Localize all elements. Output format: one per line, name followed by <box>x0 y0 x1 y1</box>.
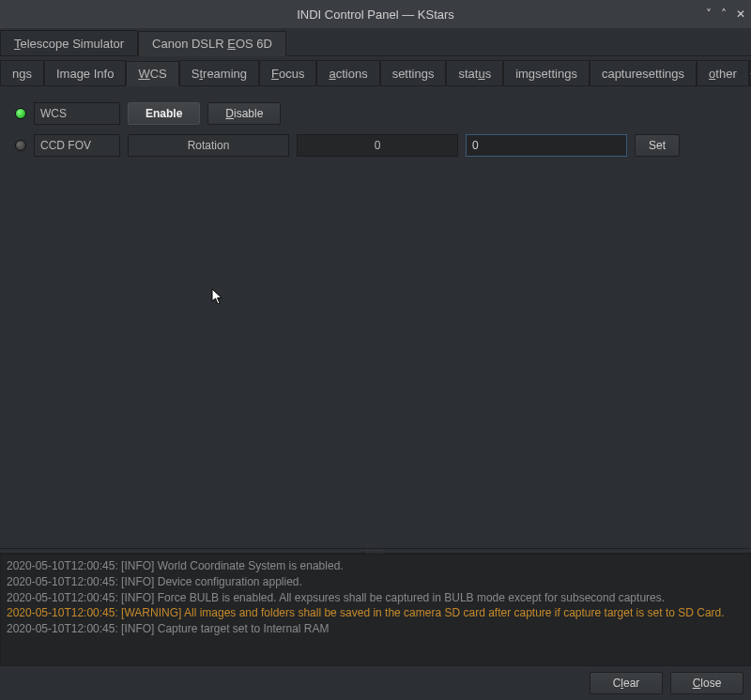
property-label-ccd-fov: CCD FOV <box>34 134 120 157</box>
window-titlebar: INDI Control Panel — KStars ˅ ˄ ✕ <box>0 0 751 28</box>
log-line: 2020-05-10T12:00:45: [INFO] World Coordi… <box>7 558 744 574</box>
close-button[interactable]: Close <box>670 672 743 694</box>
enable-button[interactable]: Enable <box>128 102 200 125</box>
property-tabs: ngs Image Info WCS Streaming Focus actio… <box>0 60 751 86</box>
window-maximize-icon[interactable]: ˄ <box>721 8 727 21</box>
field-value-rotation: 0 <box>297 134 458 157</box>
log-line: 2020-05-10T12:00:45: [INFO] Force BULB i… <box>7 590 744 606</box>
rotation-input[interactable] <box>466 134 627 157</box>
disable-button[interactable]: Disable <box>207 102 281 125</box>
tab-label: Canon DSLR EOS 6D <box>152 37 272 51</box>
tab-canon-dslr[interactable]: Canon DSLR EOS 6D <box>138 31 286 56</box>
tab-capturesettings[interactable]: capturesettings <box>590 60 697 85</box>
panel-body: WCS Enable Disable CCD FOV Rotation 0 Se… <box>0 86 751 548</box>
ccd-fov-row: CCD FOV Rotation 0 Set <box>15 133 736 158</box>
wcs-switch-row: WCS Enable Disable <box>15 101 736 126</box>
status-led-icon <box>15 108 26 119</box>
tab-image-info[interactable]: Image Info <box>44 60 126 85</box>
tab-status[interactable]: status <box>446 60 503 85</box>
bottom-bar: Clear Close <box>0 666 751 700</box>
property-label-wcs: WCS <box>34 102 120 125</box>
tab-other[interactable]: other <box>697 60 749 85</box>
log-line: 2020-05-10T12:00:45: [INFO] Device confi… <box>7 574 744 590</box>
tab-wcs[interactable]: WCS <box>126 61 178 86</box>
tab-label: Telescope Simulator <box>14 37 124 51</box>
clear-button[interactable]: Clear <box>590 672 663 694</box>
tab-focus[interactable]: Focus <box>259 60 316 85</box>
window-minimize-icon[interactable]: ˅ <box>706 8 712 21</box>
device-tabs: Telescope Simulator Canon DSLR EOS 6D <box>0 28 751 56</box>
log-line: 2020-05-10T12:00:45: [INFO] Capture targ… <box>7 621 744 637</box>
log-panel[interactable]: 2020-05-10T12:00:45: [INFO] World Coordi… <box>0 554 751 666</box>
tab-truncated-settings[interactable]: ngs <box>0 60 44 85</box>
set-button[interactable]: Set <box>635 134 680 157</box>
tab-streaming[interactable]: Streaming <box>179 60 259 85</box>
field-label-rotation: Rotation <box>128 134 289 157</box>
tab-actions[interactable]: actions <box>316 60 379 85</box>
window-controls: ˅ ˄ ✕ <box>706 8 745 21</box>
window-close-icon[interactable]: ✕ <box>736 8 745 21</box>
tab-settings[interactable]: settings <box>380 60 447 85</box>
window-title: INDI Control Panel — KStars <box>297 8 454 22</box>
tab-telescope-simulator[interactable]: Telescope Simulator <box>0 30 138 55</box>
tab-imgsettings[interactable]: imgsettings <box>503 60 590 85</box>
log-line: 2020-05-10T12:00:45: [WARNING] All image… <box>7 605 744 621</box>
status-led-icon <box>15 140 26 151</box>
